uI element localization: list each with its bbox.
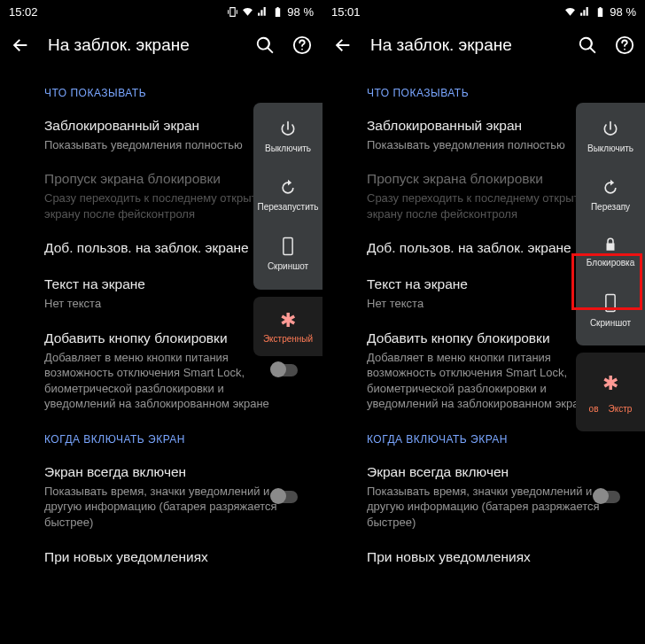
- pref-title: При новых уведомлениях: [367, 548, 601, 567]
- pref-title: При новых уведомлениях: [44, 548, 278, 567]
- label: Блокировка: [587, 258, 635, 268]
- power-off-button[interactable]: Выключить: [576, 108, 645, 167]
- restart-button[interactable]: Перезапустить: [253, 167, 322, 225]
- app-bar: На заблок. экране: [0, 23, 322, 67]
- back-icon[interactable]: [333, 35, 353, 55]
- svg-rect-1: [284, 237, 292, 254]
- telegram-icon: [43, 5, 56, 18]
- pref-title: Заблокированный экран: [44, 117, 278, 136]
- battery-icon: [594, 6, 606, 18]
- pref-subtitle: Добавляет в меню кнопки питания возможно…: [367, 350, 601, 412]
- label: Выключить: [265, 144, 311, 154]
- label: Перезапу: [591, 202, 630, 213]
- toggle[interactable]: [271, 491, 298, 503]
- pref-title: Пропуск экрана блокировки: [44, 170, 278, 189]
- page-title: На заблок. экране: [48, 35, 237, 55]
- emergency-button[interactable]: ✱ Экстренный: [253, 297, 322, 356]
- label: Перезапустить: [257, 202, 318, 213]
- screenshot-button[interactable]: Скриншот: [576, 281, 645, 341]
- wifi-icon: [242, 6, 253, 18]
- signal-icon: [257, 6, 268, 18]
- emergency-button[interactable]: ✱ ов Экстр: [576, 353, 645, 431]
- pref-subtitle: Сразу переходить к последнему открытому …: [44, 190, 278, 221]
- pref-title: Текст на экране: [44, 275, 278, 294]
- pref-always-on[interactable]: Экран всегда включен Показывать время, з…: [0, 454, 322, 539]
- pref-title: Экран всегда включен: [44, 463, 278, 482]
- pref-subtitle: Показывать уведомления полностью: [367, 137, 601, 153]
- pref-title: Доб. пользов. на заблок. экране: [44, 239, 278, 258]
- pref-subtitle: Нет текста: [44, 296, 278, 312]
- help-icon[interactable]: [615, 35, 634, 55]
- vibrate-icon: [227, 6, 238, 18]
- lockdown-button[interactable]: Блокировка: [576, 224, 645, 281]
- app-bar: На заблок. экране: [322, 23, 645, 67]
- restart-icon: [602, 179, 619, 197]
- restart-icon: [279, 179, 297, 197]
- svg-rect-3: [606, 294, 615, 311]
- status-bar: 15:01 98 %: [322, 0, 645, 23]
- screen-right: 15:01 98 % На заблок. экране ЧТО ПОКАЗЫВ…: [322, 0, 645, 644]
- toggle[interactable]: [271, 364, 298, 376]
- search-icon[interactable]: [255, 35, 275, 55]
- power-icon: [602, 120, 619, 138]
- battery-icon: [272, 6, 284, 18]
- power-menu: Выключить Перезапустить Скриншот ✱ Экстр…: [253, 103, 322, 356]
- emergency-icon: ✱: [280, 311, 296, 330]
- telegram-icon: [366, 5, 378, 18]
- restart-button[interactable]: Перезапу: [576, 167, 645, 225]
- pref-always-on[interactable]: Экран всегда включен Показывать время, з…: [322, 454, 645, 539]
- toggle[interactable]: [594, 491, 620, 503]
- power-off-button[interactable]: Выключить: [253, 108, 322, 167]
- pref-new-notif[interactable]: При новых уведомлениях: [322, 539, 645, 576]
- pref-title: Экран всегда включен: [367, 463, 601, 482]
- screenshot-icon: [280, 237, 296, 256]
- pref-subtitle: Сразу переходить к последнему открытому …: [367, 190, 601, 221]
- page-title: На заблок. экране: [370, 35, 560, 55]
- label: Экстренный: [263, 334, 313, 344]
- pref-subtitle: Показывать уведомления полностью: [44, 137, 278, 153]
- battery-pct: 98 %: [610, 5, 636, 19]
- wifi-icon: [564, 6, 576, 18]
- signal-icon: [579, 6, 591, 18]
- search-icon[interactable]: [578, 35, 597, 55]
- power-icon: [279, 120, 297, 138]
- pref-title: Текст на экране: [367, 275, 601, 294]
- pref-title: Доб. пользов. на заблок. экране: [367, 239, 601, 258]
- battery-pct: 98 %: [287, 5, 314, 19]
- power-menu: Выключить Перезапу Блокировка Скриншот ✱…: [576, 103, 645, 431]
- status-time: 15:02: [9, 5, 38, 19]
- lock-icon: [602, 237, 618, 252]
- pref-subtitle: Показывать время, значки уведомлений и д…: [367, 484, 601, 531]
- back-icon[interactable]: [11, 35, 30, 55]
- label: Скриншот: [590, 318, 631, 329]
- pref-subtitle: Нет текста: [367, 296, 601, 312]
- label-fragment: ов Экстр: [589, 404, 633, 414]
- pref-new-notif[interactable]: При новых уведомлениях: [0, 539, 322, 576]
- status-time: 15:01: [331, 5, 361, 19]
- pref-title: Пропуск экрана блокировки: [367, 170, 601, 189]
- help-icon[interactable]: [292, 35, 312, 55]
- pref-title: Добавить кнопку блокировки: [367, 330, 601, 348]
- emergency-icon: ✱: [602, 372, 618, 395]
- screen-left: 15:02 98 % На заблок. экране ЧТО ПОКАЗЫВ…: [0, 0, 322, 644]
- pref-title: Добавить кнопку блокировки: [44, 330, 278, 348]
- screenshot-icon: [602, 293, 618, 313]
- status-bar: 15:02 98 %: [0, 0, 322, 23]
- pref-subtitle: Показывать время, значки уведомлений и д…: [44, 484, 278, 531]
- label: Скриншот: [268, 261, 308, 272]
- pref-subtitle: Добавляет в меню кнопки питания возможно…: [44, 350, 278, 412]
- section-when-screen-on: КОГДА ВКЛЮЧАТЬ ЭКРАН: [0, 421, 322, 454]
- label: Выключить: [587, 144, 633, 154]
- pref-title: Заблокированный экран: [367, 117, 601, 136]
- screenshot-button[interactable]: Скриншот: [253, 224, 322, 284]
